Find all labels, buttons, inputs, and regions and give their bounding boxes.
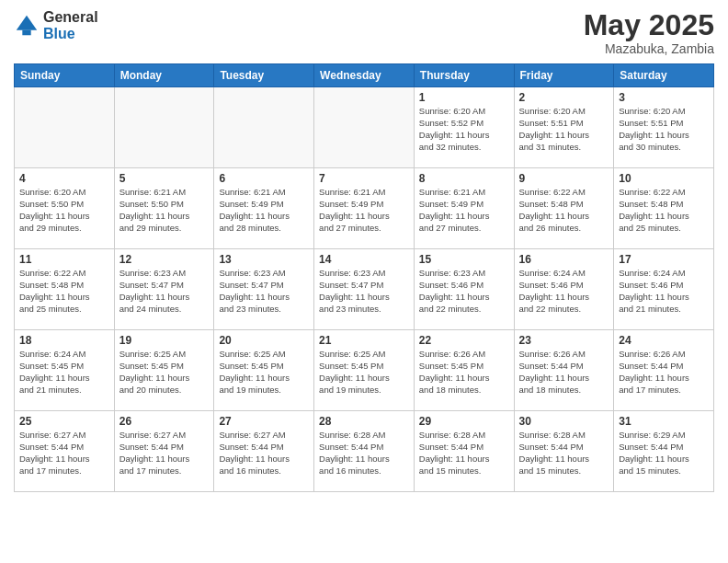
- svg-marker-0: [17, 15, 37, 29]
- day-number: 25: [19, 415, 109, 428]
- table-row: 7Sunrise: 6:21 AM Sunset: 5:49 PM Daylig…: [314, 168, 415, 249]
- day-info: Sunrise: 6:24 AM Sunset: 5:46 PM Dayligh…: [519, 268, 609, 315]
- table-row: 15Sunrise: 6:23 AM Sunset: 5:46 PM Dayli…: [414, 249, 514, 330]
- table-row: 4Sunrise: 6:20 AM Sunset: 5:50 PM Daylig…: [15, 168, 115, 249]
- day-info: Sunrise: 6:26 AM Sunset: 5:44 PM Dayligh…: [619, 349, 709, 396]
- day-info: Sunrise: 6:22 AM Sunset: 5:48 PM Dayligh…: [619, 187, 709, 234]
- table-row: 31Sunrise: 6:29 AM Sunset: 5:44 PM Dayli…: [614, 411, 714, 492]
- table-row: 21Sunrise: 6:25 AM Sunset: 5:45 PM Dayli…: [314, 330, 415, 411]
- header: General Blue May 2025 Mazabuka, Zambia: [14, 9, 714, 56]
- day-info: Sunrise: 6:27 AM Sunset: 5:44 PM Dayligh…: [219, 430, 309, 477]
- day-info: Sunrise: 6:24 AM Sunset: 5:46 PM Dayligh…: [619, 268, 709, 315]
- day-info: Sunrise: 6:28 AM Sunset: 5:44 PM Dayligh…: [419, 430, 509, 477]
- calendar-week-5: 25Sunrise: 6:27 AM Sunset: 5:44 PM Dayli…: [15, 411, 714, 492]
- day-info: Sunrise: 6:20 AM Sunset: 5:52 PM Dayligh…: [419, 106, 509, 153]
- table-row: 23Sunrise: 6:26 AM Sunset: 5:44 PM Dayli…: [514, 330, 614, 411]
- page: General Blue May 2025 Mazabuka, Zambia S…: [0, 0, 728, 563]
- day-number: 27: [219, 415, 309, 428]
- table-row: 24Sunrise: 6:26 AM Sunset: 5:44 PM Dayli…: [614, 330, 714, 411]
- day-number: 3: [619, 91, 709, 104]
- day-number: 31: [619, 415, 709, 428]
- logo: General Blue: [14, 9, 98, 41]
- table-row: 13Sunrise: 6:23 AM Sunset: 5:47 PM Dayli…: [214, 249, 314, 330]
- day-info: Sunrise: 6:26 AM Sunset: 5:45 PM Dayligh…: [419, 349, 509, 396]
- day-number: 17: [619, 253, 709, 266]
- title-area: May 2025 Mazabuka, Zambia: [584, 9, 714, 56]
- table-row: 11Sunrise: 6:22 AM Sunset: 5:48 PM Dayli…: [15, 249, 115, 330]
- table-row: 18Sunrise: 6:24 AM Sunset: 5:45 PM Dayli…: [15, 330, 115, 411]
- table-row: [114, 87, 214, 168]
- table-row: [15, 87, 115, 168]
- calendar-header-row: Sunday Monday Tuesday Wednesday Thursday…: [15, 64, 714, 87]
- col-sunday: Sunday: [15, 64, 115, 87]
- day-info: Sunrise: 6:20 AM Sunset: 5:51 PM Dayligh…: [619, 106, 709, 153]
- calendar-week-4: 18Sunrise: 6:24 AM Sunset: 5:45 PM Dayli…: [15, 330, 714, 411]
- table-row: 26Sunrise: 6:27 AM Sunset: 5:44 PM Dayli…: [114, 411, 214, 492]
- day-info: Sunrise: 6:20 AM Sunset: 5:51 PM Dayligh…: [519, 106, 609, 153]
- day-number: 4: [19, 172, 109, 185]
- table-row: 28Sunrise: 6:28 AM Sunset: 5:44 PM Dayli…: [314, 411, 415, 492]
- logo-text: General Blue: [43, 9, 98, 41]
- day-number: 26: [119, 415, 210, 428]
- col-monday: Monday: [114, 64, 214, 87]
- table-row: 19Sunrise: 6:25 AM Sunset: 5:45 PM Dayli…: [114, 330, 214, 411]
- table-row: [214, 87, 314, 168]
- day-number: 29: [419, 415, 509, 428]
- day-number: 6: [219, 172, 309, 185]
- day-info: Sunrise: 6:22 AM Sunset: 5:48 PM Dayligh…: [519, 187, 609, 234]
- day-number: 28: [319, 415, 409, 428]
- col-wednesday: Wednesday: [314, 64, 415, 87]
- day-info: Sunrise: 6:26 AM Sunset: 5:44 PM Dayligh…: [519, 349, 609, 396]
- day-number: 30: [519, 415, 609, 428]
- day-number: 14: [319, 253, 409, 266]
- col-tuesday: Tuesday: [214, 64, 314, 87]
- day-number: 10: [619, 172, 709, 185]
- table-row: 27Sunrise: 6:27 AM Sunset: 5:44 PM Dayli…: [214, 411, 314, 492]
- day-info: Sunrise: 6:21 AM Sunset: 5:49 PM Dayligh…: [219, 187, 309, 234]
- location: Mazabuka, Zambia: [584, 41, 714, 56]
- day-number: 16: [519, 253, 609, 266]
- day-info: Sunrise: 6:25 AM Sunset: 5:45 PM Dayligh…: [319, 349, 409, 396]
- day-info: Sunrise: 6:22 AM Sunset: 5:48 PM Dayligh…: [19, 268, 109, 315]
- day-number: 15: [419, 253, 509, 266]
- table-row: 22Sunrise: 6:26 AM Sunset: 5:45 PM Dayli…: [414, 330, 514, 411]
- table-row: 14Sunrise: 6:23 AM Sunset: 5:47 PM Dayli…: [314, 249, 415, 330]
- day-info: Sunrise: 6:27 AM Sunset: 5:44 PM Dayligh…: [19, 430, 109, 477]
- table-row: 29Sunrise: 6:28 AM Sunset: 5:44 PM Dayli…: [414, 411, 514, 492]
- table-row: 5Sunrise: 6:21 AM Sunset: 5:50 PM Daylig…: [114, 168, 214, 249]
- day-info: Sunrise: 6:28 AM Sunset: 5:44 PM Dayligh…: [519, 430, 609, 477]
- calendar-week-3: 11Sunrise: 6:22 AM Sunset: 5:48 PM Dayli…: [15, 249, 714, 330]
- col-saturday: Saturday: [614, 64, 714, 87]
- day-info: Sunrise: 6:20 AM Sunset: 5:50 PM Dayligh…: [19, 187, 109, 234]
- day-info: Sunrise: 6:23 AM Sunset: 5:47 PM Dayligh…: [319, 268, 409, 315]
- day-info: Sunrise: 6:23 AM Sunset: 5:47 PM Dayligh…: [219, 268, 309, 315]
- day-number: 18: [19, 334, 109, 347]
- day-number: 24: [619, 334, 709, 347]
- calendar: Sunday Monday Tuesday Wednesday Thursday…: [14, 63, 714, 492]
- table-row: 2Sunrise: 6:20 AM Sunset: 5:51 PM Daylig…: [514, 87, 614, 168]
- day-number: 22: [419, 334, 509, 347]
- table-row: 3Sunrise: 6:20 AM Sunset: 5:51 PM Daylig…: [614, 87, 714, 168]
- day-number: 8: [419, 172, 509, 185]
- day-number: 5: [119, 172, 210, 185]
- day-info: Sunrise: 6:21 AM Sunset: 5:49 PM Dayligh…: [319, 187, 409, 234]
- day-info: Sunrise: 6:21 AM Sunset: 5:49 PM Dayligh…: [419, 187, 509, 234]
- day-info: Sunrise: 6:29 AM Sunset: 5:44 PM Dayligh…: [619, 430, 709, 477]
- table-row: 16Sunrise: 6:24 AM Sunset: 5:46 PM Dayli…: [514, 249, 614, 330]
- day-number: 13: [219, 253, 309, 266]
- table-row: 6Sunrise: 6:21 AM Sunset: 5:49 PM Daylig…: [214, 168, 314, 249]
- day-number: 7: [319, 172, 409, 185]
- table-row: 9Sunrise: 6:22 AM Sunset: 5:48 PM Daylig…: [514, 168, 614, 249]
- calendar-week-2: 4Sunrise: 6:20 AM Sunset: 5:50 PM Daylig…: [15, 168, 714, 249]
- logo-general-text: General: [43, 9, 98, 26]
- day-number: 9: [519, 172, 609, 185]
- day-info: Sunrise: 6:24 AM Sunset: 5:45 PM Dayligh…: [19, 349, 109, 396]
- day-info: Sunrise: 6:27 AM Sunset: 5:44 PM Dayligh…: [119, 430, 210, 477]
- logo-icon: [14, 13, 40, 39]
- calendar-week-1: 1Sunrise: 6:20 AM Sunset: 5:52 PM Daylig…: [15, 87, 714, 168]
- day-info: Sunrise: 6:23 AM Sunset: 5:47 PM Dayligh…: [119, 268, 210, 315]
- day-number: 23: [519, 334, 609, 347]
- table-row: 17Sunrise: 6:24 AM Sunset: 5:46 PM Dayli…: [614, 249, 714, 330]
- table-row: 12Sunrise: 6:23 AM Sunset: 5:47 PM Dayli…: [114, 249, 214, 330]
- day-info: Sunrise: 6:21 AM Sunset: 5:50 PM Dayligh…: [119, 187, 210, 234]
